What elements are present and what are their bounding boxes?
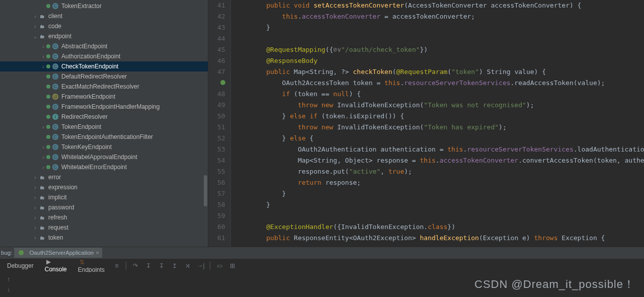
expand-arrow-icon[interactable]: › <box>32 195 38 200</box>
line-number[interactable]: 46 <box>217 55 225 66</box>
expand-arrow-icon[interactable]: › <box>32 14 38 19</box>
code-line[interactable]: @RequestMapping({⊘∨"/oauth/check_token"}… <box>235 44 644 55</box>
code-line[interactable]: Map<String, Object> response = this.acce… <box>235 155 644 166</box>
code-line[interactable] <box>235 33 644 44</box>
scrollbar-thumb[interactable] <box>204 175 207 206</box>
line-number[interactable]: 52 <box>217 133 225 144</box>
line-number[interactable]: 61 <box>217 233 225 244</box>
line-number[interactable]: 54 <box>217 155 225 166</box>
code-line[interactable]: throw new InvalidTokenException("Token w… <box>235 100 644 111</box>
line-number[interactable]: 53 <box>217 144 225 155</box>
tree-folder[interactable]: ⌄🖿endpoint <box>0 31 208 41</box>
step-into-icon[interactable]: ↧ <box>144 262 152 270</box>
step-over-icon[interactable]: ↷ <box>131 262 139 270</box>
code-line[interactable]: OAuth2AccessToken token = this.resourceS… <box>235 78 644 89</box>
expand-arrow-icon[interactable]: › <box>40 155 46 160</box>
force-step-into-icon[interactable]: ↧ <box>157 262 166 270</box>
tree-class[interactable]: CExactMatchRedirectResolver <box>0 82 208 92</box>
line-number[interactable]: 49 <box>217 100 225 111</box>
expand-arrow-icon[interactable]: › <box>40 54 46 59</box>
tree-class[interactable]: ›CAuthorizationEndpoint <box>0 51 208 61</box>
line-number[interactable]: 41 <box>217 0 225 11</box>
line-number[interactable]: 43 <box>217 22 225 33</box>
expand-arrow-icon[interactable]: › <box>40 124 46 130</box>
code-line[interactable]: } <box>235 188 644 199</box>
expand-arrow-icon[interactable]: › <box>32 24 38 29</box>
run-to-cursor-icon[interactable]: →| <box>197 262 205 270</box>
tree-class[interactable]: @FrameworkEndpoint <box>0 92 208 102</box>
tree-class[interactable]: ›CTokenEndpoint <box>0 122 208 132</box>
list-icon[interactable]: ≡ <box>113 262 121 270</box>
line-number[interactable]: 44 <box>217 33 225 44</box>
expand-arrow-icon[interactable]: › <box>40 64 46 69</box>
tree-class[interactable]: ›CCheckTokenEndpoint <box>0 61 208 71</box>
method-marker-icon[interactable] <box>220 80 225 85</box>
expand-arrow-icon[interactable]: › <box>32 235 38 241</box>
line-number[interactable]: 48 <box>217 89 225 100</box>
tree-folder[interactable]: ›🖿client <box>0 11 208 21</box>
line-number[interactable]: 42 <box>217 11 225 22</box>
tree-class[interactable]: IRedirectResolver <box>0 112 208 122</box>
code-line[interactable]: } else { <box>235 133 644 144</box>
code-line[interactable]: if (token == null) { <box>235 89 644 100</box>
line-number[interactable]: 45 <box>217 44 225 55</box>
line-number[interactable]: 47 <box>217 66 225 89</box>
tree-folder[interactable]: ›🖿expression <box>0 182 208 192</box>
down-icon[interactable]: ↓ <box>5 285 13 293</box>
expand-arrow-icon[interactable]: › <box>40 144 46 150</box>
tree-folder[interactable]: ›🖿request <box>0 222 208 233</box>
line-number[interactable]: 62 <box>217 244 225 247</box>
code-line[interactable] <box>235 210 644 221</box>
up-icon[interactable]: ↑ <box>5 275 13 283</box>
code-line[interactable]: throw new InvalidTokenException("Token h… <box>235 122 644 133</box>
line-number[interactable]: 55 <box>217 166 225 177</box>
code-editor[interactable]: 41424344454647 4849505152535455565758596… <box>208 0 644 247</box>
tree-class[interactable]: ›CWhitelabelErrorEndpoint <box>0 162 208 172</box>
line-number[interactable]: 51 <box>217 122 225 133</box>
expand-arrow-icon[interactable]: › <box>32 175 38 180</box>
project-tree[interactable]: CTokenExtractor›🖿client›🖿code⌄🖿endpoint›… <box>0 0 208 247</box>
tree-folder[interactable]: ›🖿error <box>0 172 208 182</box>
line-number[interactable]: 58 <box>217 199 225 210</box>
tree-class[interactable]: CTokenExtractor <box>0 1 208 11</box>
tree-folder[interactable]: ›🖿refresh <box>0 212 208 222</box>
tree-class[interactable]: ›CTokenKeyEndpoint <box>0 142 208 152</box>
code-line[interactable]: } <box>235 22 644 33</box>
tree-folder[interactable]: ›🖿password <box>0 202 208 212</box>
tree-class[interactable]: ›CAbstractEndpoint <box>0 41 208 51</box>
code-line[interactable]: @ExceptionHandler({InvalidTokenException… <box>235 221 644 233</box>
line-number[interactable]: 56 <box>217 177 225 188</box>
tree-folder[interactable]: ›🖿code <box>0 21 208 31</box>
expand-arrow-icon[interactable]: › <box>32 205 38 210</box>
code-line[interactable]: public ResponseEntity<OAuth2Exception> h… <box>235 233 644 244</box>
expand-arrow-icon[interactable]: › <box>32 185 38 190</box>
tree-folder[interactable]: ›🖿implicit <box>0 192 208 202</box>
expand-arrow-icon[interactable]: › <box>32 215 38 220</box>
expand-arrow-icon[interactable]: › <box>40 44 46 49</box>
line-number[interactable]: 60 <box>217 221 225 233</box>
code-line[interactable]: public Map<String, ?> checkToken(@Reques… <box>235 66 644 78</box>
line-number[interactable]: 57 <box>217 188 225 199</box>
code-line[interactable]: OAuth2Authentication authentication = th… <box>235 144 644 155</box>
tab-debugger[interactable]: Debugger <box>4 260 37 271</box>
tree-class[interactable]: CDefaultRedirectResolver <box>0 71 208 82</box>
code-line[interactable]: public void setAccessTokenConverter(Acce… <box>235 0 644 11</box>
code-area[interactable]: public void setAccessTokenConverter(Acce… <box>231 0 644 247</box>
code-line[interactable]: } else if (token.isExpired()) { <box>235 111 644 122</box>
tree-folder[interactable]: ›🖿token <box>0 233 208 243</box>
expand-arrow-icon[interactable]: › <box>40 165 46 170</box>
code-line[interactable]: this.accessTokenConverter = accessTokenC… <box>235 11 644 22</box>
code-line[interactable]: return response; <box>235 177 644 188</box>
line-number[interactable]: 59 <box>217 210 225 221</box>
tree-class[interactable]: ›CWhitelabelApprovalEndpoint <box>0 152 208 162</box>
drop-frame-icon[interactable]: ⤨ <box>184 262 192 270</box>
code-line[interactable]: @ResponseBody <box>235 55 644 66</box>
expand-arrow-icon[interactable]: › <box>32 225 38 231</box>
expand-arrow-icon[interactable]: ⌄ <box>32 34 38 39</box>
line-number[interactable]: 50 <box>217 111 225 122</box>
tree-class[interactable]: CFrameworkEndpointHandlerMapping <box>0 102 208 112</box>
code-line[interactable]: } <box>235 199 644 210</box>
step-out-icon[interactable]: ↥ <box>171 262 179 270</box>
code-line[interactable]: response.put("active", true); <box>235 166 644 177</box>
evaluate-icon[interactable]: ▭ <box>215 262 223 270</box>
